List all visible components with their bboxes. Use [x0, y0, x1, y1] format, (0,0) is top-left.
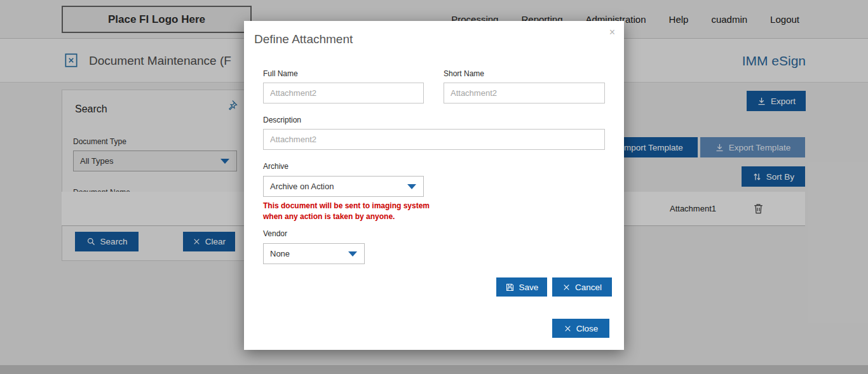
modal-title: Define Attachment	[254, 32, 353, 46]
description-input[interactable]	[263, 129, 605, 150]
short-name-label: Short Name	[444, 69, 484, 78]
vendor-select[interactable]: None	[263, 243, 365, 264]
full-name-input[interactable]	[263, 83, 424, 104]
close-button-label: Close	[576, 324, 599, 333]
archive-select-value: Archive on Action	[270, 182, 334, 191]
full-name-label: Full Name	[263, 69, 298, 78]
close-button[interactable]: Close	[552, 319, 609, 338]
short-name-input[interactable]	[444, 83, 605, 104]
save-button[interactable]: Save	[496, 277, 547, 297]
archive-warning-line2: when any action is taken by anyone.	[263, 212, 395, 221]
define-attachment-modal: Define Attachment × Full Name Short Name…	[244, 21, 624, 350]
x-icon	[562, 283, 571, 291]
save-floppy-icon	[505, 283, 515, 292]
close-icon[interactable]: ×	[609, 27, 615, 37]
vendor-label: Vendor	[263, 229, 287, 238]
archive-warning-line1: This document will be sent to imaging sy…	[263, 201, 430, 210]
archive-label: Archive	[263, 162, 288, 171]
description-label: Description	[263, 116, 301, 124]
chevron-down-icon	[407, 184, 416, 189]
page: Place FI Logo Here Processing Reporting …	[0, 0, 868, 374]
save-button-label: Save	[519, 283, 539, 292]
cancel-button[interactable]: Cancel	[552, 277, 612, 297]
x-icon	[564, 324, 572, 333]
cancel-button-label: Cancel	[575, 283, 602, 292]
vendor-select-value: None	[270, 249, 290, 258]
archive-select[interactable]: Archive on Action	[263, 176, 424, 197]
chevron-down-icon	[348, 251, 357, 257]
